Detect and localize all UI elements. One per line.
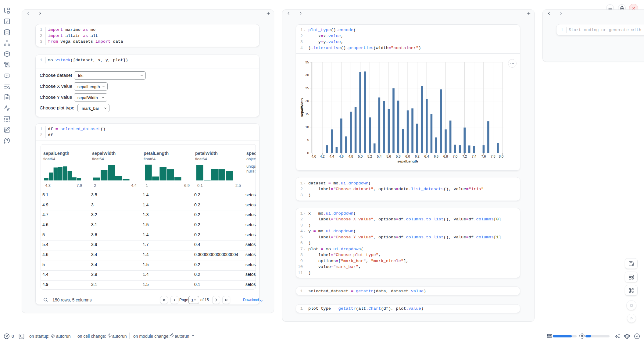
svg-text:6.6: 6.6 xyxy=(434,155,438,158)
svg-text:7.2: 7.2 xyxy=(462,155,467,158)
svg-text:0: 0 xyxy=(307,151,309,155)
svg-text:6.4: 6.4 xyxy=(424,155,429,158)
svg-text:25: 25 xyxy=(305,86,309,90)
svg-text:sepalWidth: sepalWidth xyxy=(300,98,304,117)
svg-text:6.8: 6.8 xyxy=(443,155,448,158)
svg-text:8.0: 8.0 xyxy=(499,155,503,158)
svg-text:6.0: 6.0 xyxy=(405,155,410,158)
svg-text:4.6: 4.6 xyxy=(339,155,344,158)
svg-text:sepalLength: sepalLength xyxy=(397,159,418,163)
svg-text:7.0: 7.0 xyxy=(453,155,457,158)
svg-text:5.8: 5.8 xyxy=(396,155,400,158)
svg-text:10: 10 xyxy=(305,125,309,129)
svg-text:6.2: 6.2 xyxy=(415,155,419,158)
svg-text:4.8: 4.8 xyxy=(349,155,353,158)
svg-text:7.4: 7.4 xyxy=(472,155,476,158)
svg-text:15: 15 xyxy=(305,112,309,116)
svg-text:5.6: 5.6 xyxy=(386,155,391,158)
svg-text:5.0: 5.0 xyxy=(358,155,363,158)
svg-text:7.6: 7.6 xyxy=(481,155,486,158)
svg-text:20: 20 xyxy=(305,99,309,103)
svg-text:7.8: 7.8 xyxy=(491,155,495,158)
svg-text:4.0: 4.0 xyxy=(312,155,316,158)
svg-text:4.4: 4.4 xyxy=(330,155,334,158)
svg-text:5: 5 xyxy=(307,138,309,142)
svg-text:5.4: 5.4 xyxy=(377,155,381,158)
svg-text:30: 30 xyxy=(305,73,309,77)
svg-text:4.2: 4.2 xyxy=(320,155,324,158)
svg-text:35: 35 xyxy=(305,60,309,64)
svg-text:5.2: 5.2 xyxy=(367,155,372,158)
